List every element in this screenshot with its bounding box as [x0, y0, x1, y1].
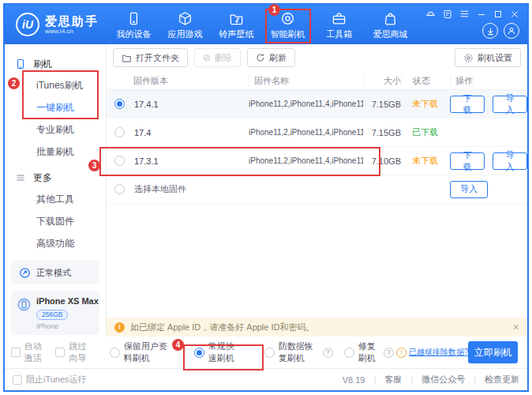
- flash-options-bar: 自动激活 跳过向导 保留用户资料刷机 常规快速刷机 防数据恢复刷机 ? 修复刷机…: [5, 337, 527, 368]
- flash-settings-button[interactable]: 刷机设置: [455, 48, 521, 67]
- anti-data-recovery-radio[interactable]: 防数据恢复刷机: [264, 340, 319, 364]
- column-version: 固件版本: [107, 75, 249, 86]
- firmware-size: 7.15GB: [363, 128, 401, 137]
- checkbox-icon: [11, 348, 21, 357]
- firmware-name: iPhone11,2,iPhone11,4,iPhone11,6_17.4_2.…: [249, 128, 363, 137]
- sidebar-item-onekey-flash[interactable]: 一键刷机: [5, 96, 106, 118]
- skip-setup-checkbox[interactable]: 跳过向导: [55, 340, 90, 364]
- check-update-link[interactable]: 检查更新: [485, 374, 519, 386]
- header-bar: iU 爱思助手 www.i4.cn 我的设备 应用游戏: [5, 5, 527, 44]
- toolbox-icon: [332, 9, 347, 26]
- sidebar-item-advanced[interactable]: 高级功能: [5, 232, 106, 254]
- brand-name: 爱思助手: [45, 15, 99, 28]
- feedback-icon[interactable]: [443, 9, 452, 19]
- app-window: iU 爱思助手 www.i4.cn 我的设备 应用游戏: [3, 3, 529, 392]
- column-status: 状态: [401, 75, 450, 86]
- sidebar-item-itunes-flash[interactable]: iTunes刷机: [5, 74, 106, 96]
- firmware-status: 已下载: [401, 126, 450, 138]
- refresh-icon: [256, 53, 265, 62]
- nav-ringtones-wallpapers[interactable]: 铃声壁纸: [211, 9, 262, 44]
- firmware-radio[interactable]: [114, 156, 125, 166]
- help-icon[interactable]: ?: [384, 348, 394, 358]
- download-button[interactable]: 下载: [450, 96, 485, 113]
- nav-label: 铃声壁纸: [219, 28, 254, 40]
- menu-icon[interactable]: [459, 9, 470, 19]
- sidebar-section-flash[interactable]: 刷机: [5, 54, 106, 74]
- firmware-row-17-4-1: 17.4.1 iPhone11,2,iPhone11,4,iPhone11,6_…: [107, 90, 527, 118]
- local-firmware-radio[interactable]: [114, 184, 125, 194]
- brand-logo-icon: iU: [16, 13, 39, 36]
- minimize-button[interactable]: [477, 9, 486, 19]
- import-local-button[interactable]: 导入: [450, 181, 488, 198]
- wechat-link[interactable]: 微信公众号: [421, 374, 465, 386]
- download-button[interactable]: 下载: [450, 152, 485, 170]
- status-bar: 阻止iTunes运行 V8.19 | 客服 | 微信公众号 | 检查更新: [5, 368, 527, 390]
- sidebar-item-batch-flash[interactable]: 批量刷机: [5, 141, 106, 163]
- column-name: 固件名称: [249, 75, 363, 86]
- sidebar-item-other-tools[interactable]: 其他工具: [5, 188, 106, 210]
- nav-toolbox[interactable]: 工具箱: [313, 9, 365, 44]
- main-nav: 我的设备 应用游戏 铃声壁纸 智能刷机: [108, 5, 416, 44]
- device-capacity-badge: 256GB: [36, 310, 68, 320]
- radio-icon: [264, 348, 275, 358]
- auto-activate-checkbox[interactable]: 自动激活: [11, 340, 46, 364]
- more-list-icon: [15, 172, 26, 183]
- device-icon: [126, 9, 141, 26]
- flash-now-button[interactable]: 立即刷机: [468, 341, 518, 363]
- column-action: 操作: [450, 75, 527, 86]
- help-icon[interactable]: ?: [323, 348, 333, 358]
- maximize-button[interactable]: [493, 9, 503, 19]
- sidebar-item-pro-flash[interactable]: 专业刷机: [5, 118, 106, 141]
- refresh-button[interactable]: 刷新: [247, 48, 295, 67]
- close-button[interactable]: [510, 9, 519, 19]
- open-folder-button[interactable]: 打开文件夹: [113, 48, 188, 67]
- firmware-size: 7.15GB: [363, 100, 401, 109]
- firmware-version: 17.4.1: [134, 100, 159, 109]
- jailbreak-help-link[interactable]: 已越狱排除数据?: [409, 347, 469, 358]
- nav-label: 智能刷机: [271, 28, 305, 40]
- radio-icon: [194, 348, 204, 358]
- block-itunes-checkbox[interactable]: 阻止iTunes运行: [13, 374, 87, 386]
- nav-my-device[interactable]: 我的设备: [108, 9, 159, 44]
- apple-id-notice: ! 如已绑定 Apple ID，请准备好 Apple ID和密码。 ×: [107, 318, 527, 337]
- notice-close-icon[interactable]: ×: [513, 322, 519, 333]
- import-button[interactable]: 导入: [493, 152, 527, 170]
- import-button[interactable]: 导入: [493, 96, 527, 113]
- brand-url: www.i4.cn: [45, 28, 99, 35]
- notice-text: 如已绑定 Apple ID，请准备好 Apple ID和密码。: [130, 322, 315, 333]
- quick-flash-radio[interactable]: 常规快速刷机: [194, 340, 242, 364]
- firmware-radio[interactable]: [114, 99, 125, 109]
- nav-label: 爱思商城: [373, 28, 408, 40]
- warning-icon: !: [114, 322, 125, 333]
- firmware-radio[interactable]: [114, 127, 125, 137]
- delete-button[interactable]: ⊘ 删除: [194, 48, 241, 67]
- firmware-row-17-3-1: 17.3.1 iPhone11,2,iPhone11,4,iPhone11,6_…: [107, 147, 527, 175]
- sidebar-section-more[interactable]: 更多: [5, 167, 106, 188]
- download-manager-icon[interactable]: [482, 23, 498, 39]
- nav-store[interactable]: 爱思商城: [365, 9, 416, 44]
- header-quick-buttons: [482, 23, 519, 39]
- sidebar-section-title: 刷机: [33, 58, 52, 71]
- radio-icon: [344, 348, 354, 358]
- gear-icon: [463, 53, 474, 63]
- device-mode-label: 正常模式: [36, 267, 71, 279]
- nav-smart-flash[interactable]: 智能刷机: [262, 9, 313, 44]
- firmware-status: 未下载: [401, 155, 450, 167]
- connected-device-card[interactable]: iPhone XS Max 256GB iPhone: [11, 291, 99, 335]
- sidebar-item-download-firmware[interactable]: 下载固件: [5, 210, 106, 232]
- repair-flash-radio[interactable]: 修复刷机: [344, 340, 380, 364]
- theme-icon[interactable]: [425, 9, 436, 19]
- folder-icon: [122, 53, 132, 63]
- support-link[interactable]: 客服: [384, 374, 402, 386]
- nav-apps-games[interactable]: 应用游戏: [159, 9, 211, 44]
- app-version: V8.19: [343, 375, 365, 385]
- ringtone-folder-icon: [229, 9, 244, 26]
- checkbox-icon: [55, 348, 65, 357]
- keep-user-data-radio[interactable]: 保留用户资料刷机: [110, 340, 170, 364]
- firmware-table-header: 固件版本 固件名称 大小 状态 操作: [107, 71, 527, 90]
- normal-mode-icon: [19, 267, 31, 279]
- column-size: 大小: [363, 75, 401, 86]
- firmware-version: 17.3.1: [134, 156, 159, 166]
- device-mode-card: 正常模式: [11, 261, 99, 284]
- account-icon[interactable]: [504, 23, 519, 39]
